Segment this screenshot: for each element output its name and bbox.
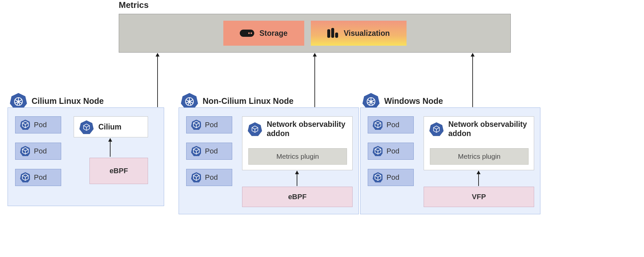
visualization-label: Visualization [344, 29, 390, 38]
node-noncilium: Pod Pod Pod Network observability addon … [179, 107, 359, 214]
node-title-windows: Windows Node [384, 96, 443, 106]
bars-icon [327, 28, 339, 38]
arrow-cilium-to-metrics [157, 53, 158, 107]
pod: Pod [15, 169, 61, 186]
metrics-plugin-label: Metrics plugin [458, 152, 501, 160]
metrics-plugin-box: Metrics plugin [430, 148, 529, 165]
pod: Pod [368, 169, 414, 186]
pod: Pod [368, 143, 414, 160]
pod-label: Pod [205, 147, 218, 155]
pod-label: Pod [386, 147, 399, 155]
pod-label: Pod [34, 121, 47, 129]
cilium-card: Cilium [74, 116, 148, 137]
server-icon [240, 28, 255, 38]
addon-label: Network observability addon [267, 120, 346, 138]
cube-icon [373, 173, 383, 182]
cube-icon [20, 120, 30, 130]
pod-label: Pod [386, 121, 399, 129]
driver-label: eBPF [288, 193, 307, 201]
cube-icon [79, 119, 94, 135]
arrow-ebpf-to-cilium [110, 138, 111, 157]
pod-label: Pod [205, 121, 218, 129]
cube-icon [191, 146, 201, 156]
arrow-ebpf-to-addon [297, 171, 297, 186]
arrow-vfp-to-addon [478, 171, 479, 186]
cube-icon [373, 120, 383, 130]
metrics-plugin-label: Metrics plugin [276, 152, 319, 160]
metrics-title: Metrics [119, 0, 149, 10]
metrics-box: Storage Visualization [119, 14, 511, 53]
pod-label: Pod [386, 173, 399, 182]
cilium-label: Cilium [98, 123, 121, 132]
metrics-plugin-box: Metrics plugin [248, 148, 347, 165]
driver-box: VFP [424, 187, 534, 207]
pod-label: Pod [205, 173, 218, 182]
driver-box: eBPF [242, 187, 353, 207]
network-addon-card: Network observability addon Metrics plug… [242, 116, 353, 170]
cube-icon [191, 173, 201, 182]
pod: Pod [186, 116, 232, 133]
cube-icon [429, 121, 444, 137]
visualization-chip: Visualization [311, 21, 407, 46]
cube-icon [247, 121, 263, 137]
cube-icon [20, 146, 30, 156]
pod-label: Pod [34, 173, 47, 182]
addon-label: Network observability addon [448, 120, 527, 138]
pod-label: Pod [34, 147, 47, 155]
storage-label: Storage [260, 29, 288, 38]
driver-label: VFP [472, 193, 486, 201]
node-windows: Pod Pod Pod Network observability addon … [360, 107, 540, 214]
cube-icon [20, 173, 30, 182]
node-title-noncilium: Non-Cilium Linux Node [203, 96, 293, 106]
arrow-noncilium-to-metrics [314, 53, 315, 107]
driver-label: eBPF [110, 167, 128, 175]
pod: Pod [368, 116, 414, 133]
node-cilium: Pod Pod Pod Cilium eBPF [8, 107, 164, 206]
driver-box: eBPF [89, 158, 148, 184]
arrow-windows-to-metrics [472, 53, 473, 107]
pod: Pod [186, 169, 232, 186]
node-title-cilium: Cilium Linux Node [32, 96, 104, 106]
network-addon-card: Network observability addon Metrics plug… [424, 116, 534, 170]
pod: Pod [15, 116, 61, 133]
pod: Pod [15, 143, 61, 160]
cube-icon [373, 146, 383, 156]
pod: Pod [186, 143, 232, 160]
cube-icon [191, 120, 201, 130]
storage-chip: Storage [223, 21, 304, 46]
